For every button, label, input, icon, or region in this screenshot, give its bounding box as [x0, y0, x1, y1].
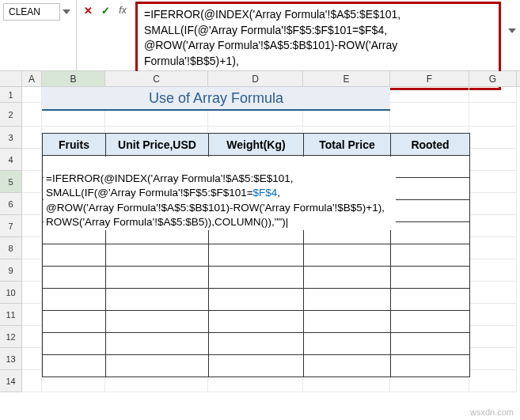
cell[interactable] — [106, 355, 209, 377]
row-header-6[interactable]: 6 — [0, 193, 22, 215]
cell[interactable] — [469, 259, 517, 282]
cell[interactable] — [391, 289, 470, 311]
row-header-14[interactable]: 14 — [0, 370, 22, 392]
cell[interactable] — [391, 156, 470, 178]
cell[interactable] — [106, 333, 209, 355]
cell[interactable] — [469, 237, 517, 259]
th-weight[interactable]: Weight(Kg) — [209, 134, 304, 156]
name-box[interactable]: CLEAN — [3, 3, 60, 21]
row-header-4[interactable]: 4 — [0, 149, 22, 171]
th-unit-price[interactable]: Unit Price,USD — [106, 134, 209, 156]
row-header-13[interactable]: 13 — [0, 348, 22, 370]
row-header-10[interactable]: 10 — [0, 282, 22, 304]
cell[interactable] — [391, 267, 470, 289]
col-header-f[interactable]: F — [390, 71, 469, 86]
cell[interactable] — [22, 370, 42, 392]
cell[interactable] — [304, 289, 391, 311]
th-total-price[interactable]: Total Price — [304, 134, 391, 156]
formula-bar-buttons: ✕ ✓ fx — [77, 0, 134, 21]
col-header-c[interactable]: C — [105, 71, 208, 86]
cell[interactable] — [22, 149, 42, 171]
col-header-e[interactable]: E — [303, 71, 390, 86]
cell[interactable] — [22, 103, 42, 127]
cell[interactable] — [469, 87, 517, 103]
chevron-down-icon — [508, 28, 516, 33]
cell[interactable] — [469, 304, 517, 326]
cell[interactable] — [106, 244, 209, 267]
row-header-7[interactable]: 7 — [0, 215, 22, 237]
insert-function-button[interactable]: fx — [115, 2, 131, 18]
cell[interactable] — [304, 355, 391, 377]
cell[interactable] — [469, 348, 517, 370]
cell[interactable] — [43, 333, 106, 355]
col-header-b[interactable]: B — [42, 71, 105, 86]
cell[interactable] — [22, 348, 42, 370]
cell[interactable] — [469, 127, 517, 149]
cell[interactable] — [304, 333, 391, 355]
cell[interactable] — [43, 244, 106, 267]
select-all-corner[interactable] — [0, 71, 22, 86]
cell[interactable] — [22, 171, 42, 193]
cell[interactable] — [391, 222, 470, 244]
cell[interactable] — [390, 87, 469, 103]
cell[interactable] — [106, 289, 209, 311]
cell[interactable] — [106, 267, 209, 289]
cell[interactable] — [469, 171, 517, 193]
cell[interactable] — [22, 304, 42, 326]
cell[interactable] — [106, 311, 209, 333]
row-header-5[interactable]: 5 — [0, 171, 22, 193]
cell[interactable] — [469, 103, 517, 127]
cell[interactable] — [22, 326, 42, 348]
cell[interactable] — [469, 326, 517, 348]
cell[interactable] — [469, 149, 517, 171]
cell[interactable] — [469, 370, 517, 392]
col-header-g[interactable]: G — [469, 71, 517, 86]
cell[interactable] — [469, 193, 517, 215]
row-header-3[interactable]: 3 — [0, 127, 22, 149]
name-box-dropdown[interactable] — [60, 3, 73, 21]
cell[interactable] — [391, 311, 470, 333]
cell[interactable] — [22, 215, 42, 237]
cell[interactable] — [209, 355, 304, 377]
th-rooted[interactable]: Rooted — [391, 134, 470, 156]
cell[interactable] — [391, 200, 470, 222]
row-header-9[interactable]: 9 — [0, 259, 22, 282]
cell[interactable] — [391, 244, 470, 267]
row-header-1[interactable]: 1 — [0, 87, 22, 103]
cell[interactable] — [391, 178, 470, 200]
cell[interactable] — [469, 282, 517, 304]
cell[interactable] — [43, 355, 106, 377]
formula-bar-expand[interactable] — [504, 0, 520, 33]
cell[interactable] — [209, 289, 304, 311]
cell[interactable] — [43, 311, 106, 333]
cell-editor[interactable]: =IFERROR(@INDEX('Array Formula'!$A$5:$E$… — [44, 157, 396, 230]
cell[interactable] — [209, 311, 304, 333]
row-header-11[interactable]: 11 — [0, 304, 22, 326]
row-header-8[interactable]: 8 — [0, 237, 22, 259]
cell[interactable] — [390, 103, 469, 127]
cell[interactable] — [22, 237, 42, 259]
cell[interactable] — [22, 259, 42, 282]
cell[interactable] — [209, 267, 304, 289]
cell[interactable] — [209, 244, 304, 267]
cell[interactable] — [22, 193, 42, 215]
cell[interactable] — [209, 333, 304, 355]
cancel-button[interactable]: ✕ — [80, 2, 96, 18]
cell[interactable] — [304, 244, 391, 267]
cell[interactable] — [391, 355, 470, 377]
cell[interactable] — [43, 267, 106, 289]
col-header-a[interactable]: A — [22, 71, 42, 86]
cell[interactable] — [304, 267, 391, 289]
cell[interactable] — [469, 215, 517, 237]
enter-button[interactable]: ✓ — [97, 2, 113, 18]
row-header-2[interactable]: 2 — [0, 103, 22, 127]
cell[interactable] — [304, 311, 391, 333]
cell[interactable] — [22, 87, 42, 103]
cell[interactable] — [43, 289, 106, 311]
cell[interactable] — [391, 333, 470, 355]
col-header-d[interactable]: D — [208, 71, 303, 86]
th-fruits[interactable]: Fruits — [43, 134, 106, 156]
row-header-12[interactable]: 12 — [0, 326, 22, 348]
cell[interactable] — [22, 127, 42, 149]
cell[interactable] — [22, 282, 42, 304]
